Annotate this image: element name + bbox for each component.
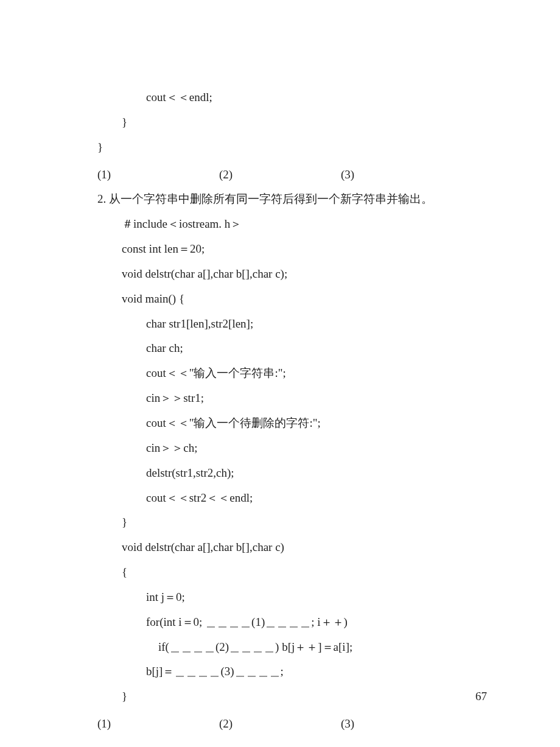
- code-line: {: [122, 560, 493, 585]
- code-line: char str1[len],str2[len];: [146, 312, 493, 337]
- answer-label-3: (3): [341, 163, 354, 188]
- code-line-blank-3: b[j]＝＿＿＿＿(3)＿＿＿＿;: [146, 659, 493, 684]
- answer-row-1: (1) (2) (3): [97, 163, 493, 188]
- code-line-blank-2: if(＿＿＿＿(2)＿＿＿＿) b[j＋＋]＝a[i];: [158, 635, 493, 660]
- code-line: cout＜＜str2＜＜endl;: [146, 486, 493, 511]
- answer-label-1: (1): [97, 712, 219, 737]
- code-line: cout＜＜"输入一个字符串:";: [146, 361, 493, 386]
- code-line: char ch;: [146, 336, 493, 361]
- code-line: }: [122, 110, 493, 135]
- code-line: void main() {: [122, 287, 493, 312]
- answer-label-2: (2): [219, 163, 341, 188]
- question-2: 2. 从一个字符串中删除所有同一字符后得到一个新字符串并输出。: [97, 187, 493, 212]
- code-line: void delstr(char a[],char b[],char c);: [122, 262, 493, 287]
- page-number: 67: [475, 690, 487, 703]
- code-line: }: [97, 135, 493, 160]
- code-line: cout＜＜endl;: [146, 85, 493, 110]
- code-line: ＃include＜iostream. h＞: [122, 212, 493, 237]
- answer-label-2: (2): [219, 712, 341, 737]
- code-line: }: [122, 684, 493, 709]
- answer-row-2: (1) (2) (3): [97, 712, 493, 737]
- answer-label-3: (3): [341, 712, 354, 737]
- code-line: cin＞＞ch;: [146, 436, 493, 461]
- answer-label-1: (1): [97, 163, 219, 188]
- code-line: cout＜＜"输入一个待删除的字符:";: [146, 411, 493, 436]
- code-line-blank-1: for(int i＝0; ＿＿＿＿(1)＿＿＿＿; i＋＋): [146, 610, 493, 635]
- code-line: void delstr(char a[],char b[],char c): [122, 535, 493, 560]
- code-line: const int len＝20;: [122, 237, 493, 262]
- code-line: cin＞＞str1;: [146, 386, 493, 411]
- code-line: }: [122, 510, 493, 535]
- page-content: cout＜＜endl; } } (1) (2) (3) 2. 从一个字符串中删除…: [0, 0, 560, 737]
- code-line: delstr(str1,str2,ch);: [146, 461, 493, 486]
- code-line: int j＝0;: [146, 585, 493, 610]
